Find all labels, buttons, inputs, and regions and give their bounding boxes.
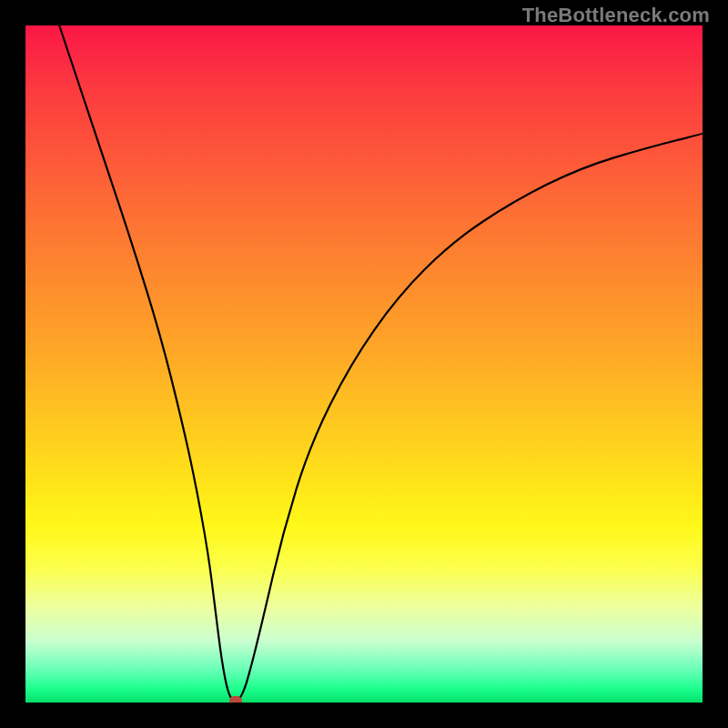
watermark-text: TheBottleneck.com — [522, 4, 710, 27]
plot-area — [25, 25, 703, 703]
bottleneck-curve — [25, 25, 703, 703]
chart-frame: TheBottleneck.com — [0, 0, 728, 728]
optimal-point-marker — [229, 696, 242, 703]
